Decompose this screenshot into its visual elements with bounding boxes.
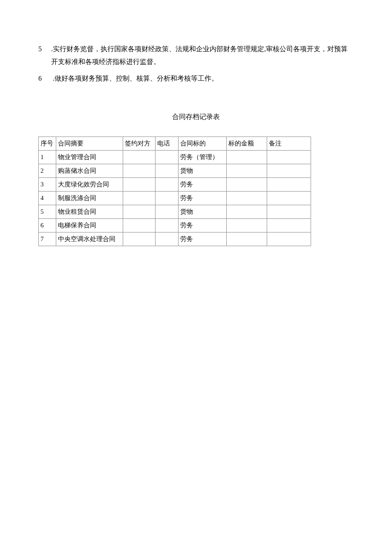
table-row: 2 购蒸储水合同 货物 bbox=[39, 164, 311, 177]
cell-remark bbox=[267, 218, 311, 232]
cell-party bbox=[123, 205, 155, 218]
table-row: 4 制服洗涤合同 劳务 bbox=[39, 191, 311, 205]
cell-remark bbox=[267, 205, 311, 218]
paragraph-number: 6 bbox=[38, 72, 51, 85]
cell-amount bbox=[227, 205, 267, 218]
cell-summary: 电梯保养合同 bbox=[56, 218, 123, 232]
cell-seq: 5 bbox=[39, 205, 56, 218]
cell-phone bbox=[155, 150, 178, 164]
cell-summary: 物业租赁合同 bbox=[56, 205, 123, 218]
cell-party bbox=[123, 232, 155, 246]
table-row: 3 大度绿化效劳合同 劳务 bbox=[39, 177, 311, 191]
header-amount: 标的金额 bbox=[227, 137, 267, 150]
header-summary: 合同摘要 bbox=[56, 137, 123, 150]
cell-party bbox=[123, 177, 155, 191]
cell-amount bbox=[227, 218, 267, 232]
table-row: 5 物业租赁合同 货物 bbox=[39, 205, 311, 218]
cell-seq: 4 bbox=[39, 191, 56, 205]
table-body: 1 物业管理合同 劳务（管理） 2 购蒸储水合同 货物 3 大度绿化效劳合同 劳… bbox=[39, 150, 311, 246]
cell-summary: 制服洗涤合同 bbox=[56, 191, 123, 205]
cell-party bbox=[123, 191, 155, 205]
paragraph-text: .实行财务览督，执行国家各项财经政策、法规和企业内部财务管理规定,审核公司各项开… bbox=[51, 45, 348, 52]
cell-remark bbox=[267, 232, 311, 246]
cell-phone bbox=[155, 191, 178, 205]
cell-amount bbox=[227, 164, 267, 177]
table-header-row: 序号 合同摘要 签约对方 电话 合同标的 标的金额 备注 bbox=[39, 137, 311, 150]
cell-amount bbox=[227, 232, 267, 246]
cell-phone bbox=[155, 164, 178, 177]
paragraph-text: .做好各项财务预算、控制、核算、分析和考核等工作。 bbox=[51, 75, 218, 82]
cell-phone bbox=[155, 218, 178, 232]
header-seq: 序号 bbox=[39, 137, 56, 150]
paragraph-item-5: 5.实行财务览督，执行国家各项财经政策、法规和企业内部财务管理规定,审核公司各项… bbox=[38, 43, 354, 69]
cell-amount bbox=[227, 191, 267, 205]
cell-summary: 物业管理合同 bbox=[56, 150, 123, 164]
header-subject: 合同标的 bbox=[178, 137, 227, 150]
paragraph-continuation: 开支标准和各项经济指标进行监督。 bbox=[38, 55, 354, 68]
cell-remark bbox=[267, 177, 311, 191]
cell-remark bbox=[267, 150, 311, 164]
cell-phone bbox=[155, 177, 178, 191]
cell-party bbox=[123, 150, 155, 164]
paragraph-number: 5 bbox=[38, 43, 51, 55]
table-row: 7 中央空调水处理合同 劳务 bbox=[39, 232, 311, 246]
cell-amount bbox=[227, 150, 267, 164]
cell-summary: 大度绿化效劳合同 bbox=[56, 177, 123, 191]
cell-subject: 货物 bbox=[178, 164, 227, 177]
cell-seq: 6 bbox=[39, 218, 56, 232]
cell-subject: 货物 bbox=[178, 205, 227, 218]
cell-remark bbox=[267, 191, 311, 205]
cell-remark bbox=[267, 164, 311, 177]
cell-amount bbox=[227, 177, 267, 191]
cell-phone bbox=[155, 232, 178, 246]
cell-subject: 劳务（管理） bbox=[178, 150, 227, 164]
cell-party bbox=[123, 218, 155, 232]
cell-seq: 1 bbox=[39, 150, 56, 164]
cell-summary: 购蒸储水合同 bbox=[56, 164, 123, 177]
paragraph-item-6: 6 .做好各项财务预算、控制、核算、分析和考核等工作。 bbox=[38, 72, 354, 85]
cell-seq: 2 bbox=[39, 164, 56, 177]
contract-archive-table: 序号 合同摘要 签约对方 电话 合同标的 标的金额 备注 1 物业管理合同 劳务… bbox=[38, 137, 311, 246]
header-remark: 备注 bbox=[267, 137, 311, 150]
cell-summary: 中央空调水处理合同 bbox=[56, 232, 123, 246]
header-party: 签约对方 bbox=[123, 137, 155, 150]
paragraph-list: 5.实行财务览督，执行国家各项财经政策、法规和企业内部财务管理规定,审核公司各项… bbox=[38, 43, 354, 85]
cell-subject: 劳务 bbox=[178, 177, 227, 191]
cell-seq: 7 bbox=[39, 232, 56, 246]
cell-subject: 劳务 bbox=[178, 218, 227, 232]
cell-seq: 3 bbox=[39, 177, 56, 191]
cell-subject: 劳务 bbox=[178, 191, 227, 205]
cell-phone bbox=[155, 205, 178, 218]
table-title: 合同存档记录表 bbox=[38, 110, 354, 123]
header-phone: 电话 bbox=[155, 137, 178, 150]
cell-party bbox=[123, 164, 155, 177]
table-row: 6 电梯保养合同 劳务 bbox=[39, 218, 311, 232]
cell-subject: 劳务 bbox=[178, 232, 227, 246]
table-row: 1 物业管理合同 劳务（管理） bbox=[39, 150, 311, 164]
